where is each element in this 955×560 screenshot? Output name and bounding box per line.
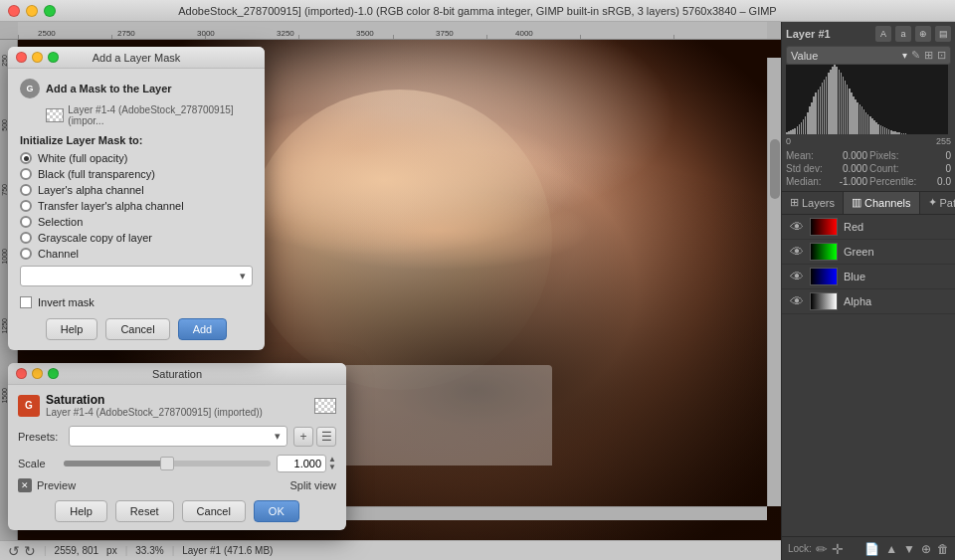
radio-channel-circle[interactable] [20,248,32,260]
channel-row-blue[interactable]: 👁 Blue [782,265,955,289]
right-panel: Layer #1 A a ⊕ ▤ Value ▾ ✎ ⊞ ⊡ [781,22,955,560]
radio-grayscale-label: Grayscale copy of layer [38,232,152,244]
histogram-channels-icon[interactable]: A [875,26,891,42]
add-mask-cancel-button[interactable]: Cancel [105,318,169,340]
presets-label: Presets: [18,431,63,443]
radio-transfer-alpha-circle[interactable] [20,200,32,212]
radio-layer-alpha-circle[interactable] [20,184,32,196]
histogram-scale: 0 255 [786,136,951,146]
new-channel-button[interactable]: 📄 [864,542,879,556]
saturation-dialog-titlebar: Saturation [8,363,346,385]
add-mask-dialog-title: Add a Layer Mask [93,52,181,64]
mean-value: 0.000 [843,150,867,161]
radio-grayscale-circle[interactable] [20,232,32,244]
lock-position-icon[interactable]: ✛ [832,541,844,557]
add-mask-buttons: Help Cancel Add [20,318,253,340]
sat-help-button[interactable]: Help [55,500,107,522]
hist-zoom-icon[interactable]: ⊡ [937,49,946,62]
channel-row-red[interactable]: 👁 Red [782,215,955,240]
preview-row: ✕ Preview Split view [18,478,336,492]
histogram-text-icon[interactable]: a [895,26,911,42]
radio-transfer-alpha[interactable]: Transfer layer's alpha channel [20,200,253,212]
histogram-dropdown[interactable]: Value ▾ ✎ ⊞ ⊡ [786,46,951,65]
scrollbar-thumb-v[interactable] [770,139,780,199]
saturation-header: G Saturation Layer #1-4 (AdobeStock_2787… [18,393,336,418]
add-mask-add-button[interactable]: Add [178,318,228,340]
sat-close-button[interactable] [16,368,27,379]
green-channel-name: Green [844,246,874,258]
close-button[interactable] [8,5,20,17]
presets-dropdown[interactable]: ▾ [69,426,287,447]
radio-white[interactable]: White (full opacity) [20,152,253,164]
scrollbar-vertical[interactable] [767,58,781,506]
delete-channel-button[interactable]: 🗑 [937,542,949,556]
radio-layer-alpha[interactable]: Layer's alpha channel [20,184,253,196]
sat-window-controls [16,368,59,379]
radio-channel[interactable]: Channel [20,248,253,260]
add-preset-button[interactable]: + [293,427,313,447]
channel-dropdown[interactable]: ▾ [20,266,253,286]
tab-layers[interactable]: ⊞ Layers [782,192,844,214]
undo-button[interactable]: ↺ [8,543,20,559]
duplicate-channel-button[interactable]: ⊕ [921,542,931,556]
panel-tabs: ⊞ Layers ▥ Channels ✦ Paths [782,192,955,215]
maximize-button[interactable] [44,5,56,17]
radio-black[interactable]: Black (full transparency) [20,168,253,180]
scale-slider-thumb[interactable] [160,457,174,470]
histogram-options-icon[interactable]: ▤ [935,26,951,42]
blue-visibility-toggle[interactable]: 👁 [788,268,806,285]
alpha-channel-name: Alpha [844,295,871,307]
radio-selection[interactable]: Selection [20,216,253,228]
add-mask-help-button[interactable]: Help [46,318,98,340]
dialog-maximize-button[interactable] [48,52,59,63]
radio-white-circle[interactable] [20,152,32,164]
channel-up-button[interactable]: ▲ [885,542,897,556]
paths-icon: ✦ [928,196,937,209]
stddev-label: Std dev: [786,163,823,174]
sat-ok-button[interactable]: OK [254,500,299,522]
radio-selection-circle[interactable] [20,216,32,228]
red-visibility-toggle[interactable]: 👁 [788,218,806,236]
radio-selection-label: Selection [38,216,83,228]
tab-channels[interactable]: ▥ Channels [844,192,919,214]
add-mask-dialog-titlebar: Add a Layer Mask [8,47,265,69]
minimize-button[interactable] [26,5,38,17]
alpha-visibility-toggle[interactable]: 👁 [788,292,806,310]
channel-row-alpha[interactable]: 👁 Alpha [782,289,955,314]
scale-slider-fill [64,461,167,467]
redo-button[interactable]: ↻ [24,543,36,559]
hist-edit-icon[interactable]: ✎ [911,49,920,62]
scale-value-input[interactable] [277,455,326,472]
dialog-minimize-button[interactable] [32,52,43,63]
dialog-close-button[interactable] [16,52,27,63]
invert-mask-row[interactable]: Invert mask [20,296,253,308]
scale-decrement-button[interactable]: ▼ [328,464,336,471]
sat-cancel-button[interactable]: Cancel [182,500,246,522]
channels-footer: Lock: ✏ ✛ 📄 ▲ ▼ ⊕ 🗑 [782,536,955,560]
scale-slider[interactable] [64,461,271,467]
green-visibility-toggle[interactable]: 👁 [788,243,806,261]
radio-grayscale[interactable]: Grayscale copy of layer [20,232,253,244]
preview-checkbox[interactable]: ✕ [18,478,32,492]
invert-mask-checkbox[interactable] [20,296,32,308]
histogram-pointer-icon[interactable]: ⊕ [915,26,931,42]
saturation-dialog: Saturation G Saturation Layer #1-4 (Adob… [8,363,346,530]
pixels-label: Pixels: [869,150,898,161]
saturation-layer-info: Layer #1-4 (AdobeStock_278700915] (impor… [46,407,263,418]
hist-image-icon[interactable]: ⊞ [924,49,933,62]
manage-preset-button[interactable]: ☰ [316,427,336,447]
canvas-area[interactable]: 2500 2750 3000 3250 3500 3750 4000 [0,22,781,560]
channel-row-green[interactable]: 👁 Green [782,240,955,265]
sat-reset-button[interactable]: Reset [115,500,174,522]
tab-paths[interactable]: ✦ Paths [920,192,955,214]
preview-checkbox-row[interactable]: ✕ Preview [18,478,76,492]
radio-black-circle[interactable] [20,168,32,180]
split-view-label[interactable]: Split view [290,479,336,491]
sat-maximize-button[interactable] [48,368,59,379]
sat-minimize-button[interactable] [32,368,43,379]
histogram-canvas [786,65,948,134]
histogram-panel: Layer #1 A a ⊕ ▤ Value ▾ ✎ ⊞ ⊡ [782,22,955,192]
histogram-stats: Mean: 0.000 Pixels: 0 Std dev: 0.000 Cou… [786,150,951,187]
channel-down-button[interactable]: ▼ [903,542,915,556]
lock-paint-icon[interactable]: ✏ [816,541,828,557]
